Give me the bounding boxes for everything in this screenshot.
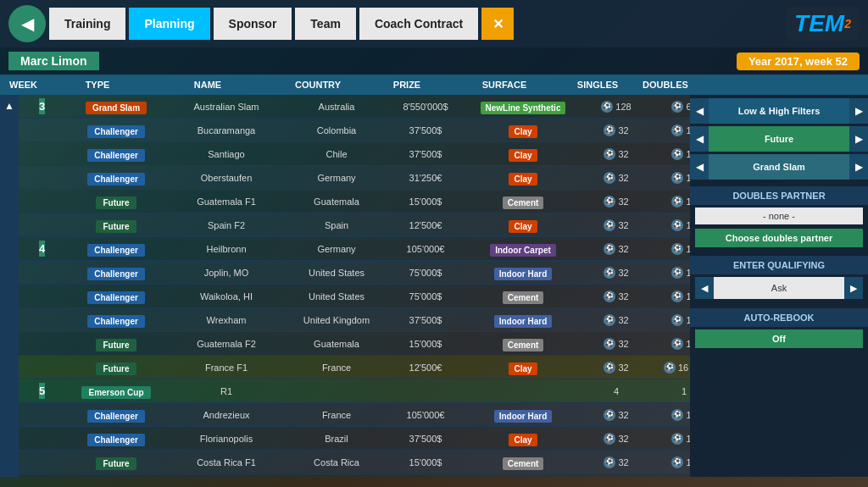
table-row[interactable]: Challenger Waikoloa, HI United States 75… (19, 285, 690, 308)
right-panel: ◀ Low & High Filters ▶ ◀ Future ▶ ◀ Gran… (690, 95, 868, 477)
table-row[interactable]: 4 Challenger Heilbronn Germany 105'000€ … (19, 237, 690, 261)
table-row[interactable]: Challenger Oberstaufen Germany 31'250€ C… (19, 166, 690, 190)
filter1-left-arrow[interactable]: ◀ (690, 98, 709, 124)
table-row[interactable]: 5 Emerson Cup R1 4 1 (19, 379, 690, 403)
qualifying-value: Ask (714, 277, 844, 299)
table-header: WEEK TYPE NAME COUNTRY PRIZE SURFACE SIN… (0, 75, 868, 95)
qualifying-row: ◀ Ask ▶ (695, 277, 863, 299)
col-week: WEEK (0, 80, 47, 90)
col-singles: SINGLES (564, 80, 632, 90)
filter2-left-arrow[interactable]: ◀ (690, 126, 709, 152)
enter-qualifying-title: ENTER QUALIFYING (690, 256, 868, 274)
table-row[interactable]: Challenger Andrezieux France 105'000€ In… (19, 403, 690, 427)
col-type: TYPE (47, 80, 148, 90)
auto-rebook-title: AUTO-REBOOK (690, 308, 868, 327)
auto-rebook-value: Off (695, 329, 863, 348)
choose-doubles-btn[interactable]: Choose doubles partner (695, 229, 863, 247)
training-tab[interactable]: Training (49, 8, 125, 40)
table-row[interactable]: Challenger Joplin, MO United States 75'0… (19, 261, 690, 285)
scroll-left-arrow[interactable]: ▲ (0, 95, 19, 477)
filter-row-2: ◀ Future ▶ (690, 126, 868, 152)
sponsor-tab[interactable]: Sponsor (214, 8, 292, 40)
player-bar: Marc Limon Year 2017, week 52 (0, 47, 868, 75)
filter2-label[interactable]: Future (709, 126, 849, 152)
filter3-right-arrow[interactable]: ▶ (849, 154, 868, 180)
team-tab[interactable]: Team (295, 8, 356, 40)
qualifying-left-arrow[interactable]: ◀ (695, 277, 714, 299)
content-area: ▲ 3 Grand Slam Australian Slam Australia… (0, 95, 868, 477)
top-nav: ◀ Training Planning Sponsor Team Coach C… (0, 0, 868, 47)
filter1-label[interactable]: Low & High Filters (709, 98, 849, 124)
coach-contract-tab[interactable]: Coach Contract (359, 8, 478, 40)
table-row[interactable]: Future Costa Rica F1 Costa Rica 15'000$ … (19, 451, 690, 474)
filter3-left-arrow[interactable]: ◀ (690, 154, 709, 180)
table-row[interactable]: Future Guatemala F2 Guatemala 15'000$ Ce… (19, 332, 690, 356)
col-prize: PRIZE (369, 80, 445, 90)
table-row[interactable]: Challenger Bucaramanga Colombia 37'500$ … (19, 119, 690, 142)
table-row[interactable]: Future France F2 France 12'500€ Indoor H… (19, 474, 690, 477)
table-row[interactable]: Future Spain F2 Spain 12'500€ Clay ⚽ 32 … (19, 213, 690, 237)
app-logo: TEM2 (786, 7, 860, 41)
doubles-partner-title: DOUBLES PARTNER (690, 186, 868, 205)
tournament-table: 3 Grand Slam Australian Slam Australia 8… (19, 95, 690, 477)
col-country: COUNTRY (267, 80, 369, 90)
player-name: Marc Limon (8, 52, 99, 70)
col-surface: SURFACE (445, 80, 564, 90)
qualifying-right-arrow[interactable]: ▶ (844, 277, 863, 299)
col-doubles: DOUBLES (632, 80, 699, 90)
table-row[interactable]: Challenger Wrexham United Kingdom 37'500… (19, 308, 690, 332)
table-row[interactable]: 3 Grand Slam Australian Slam Australia 8… (19, 95, 690, 119)
close-button[interactable]: ✕ (481, 8, 514, 40)
table-row[interactable]: Future Guatemala F1 Guatemala 15'000$ Ce… (19, 190, 690, 213)
filter3-label[interactable]: Grand Slam (709, 154, 849, 180)
filter1-right-arrow[interactable]: ▶ (849, 98, 868, 124)
table-row[interactable]: Challenger Santiago Chile 37'500$ Clay ⚽… (19, 142, 690, 166)
year-week-badge: Year 2017, week 52 (737, 53, 860, 70)
col-name: NAME (148, 80, 267, 90)
planning-tab[interactable]: Planning (129, 8, 209, 40)
table-row[interactable]: Future France F1 France 12'500€ Clay ⚽ 3… (19, 356, 690, 379)
table-row[interactable]: Challenger Florianopolis Brazil 37'500$ … (19, 427, 690, 451)
filter-row-3: ◀ Grand Slam ▶ (690, 154, 868, 180)
back-button[interactable]: ◀ (8, 5, 46, 42)
filter-row-1: ◀ Low & High Filters ▶ (690, 98, 868, 124)
doubles-partner-value: - none - (695, 208, 863, 224)
filter2-right-arrow[interactable]: ▶ (849, 126, 868, 152)
